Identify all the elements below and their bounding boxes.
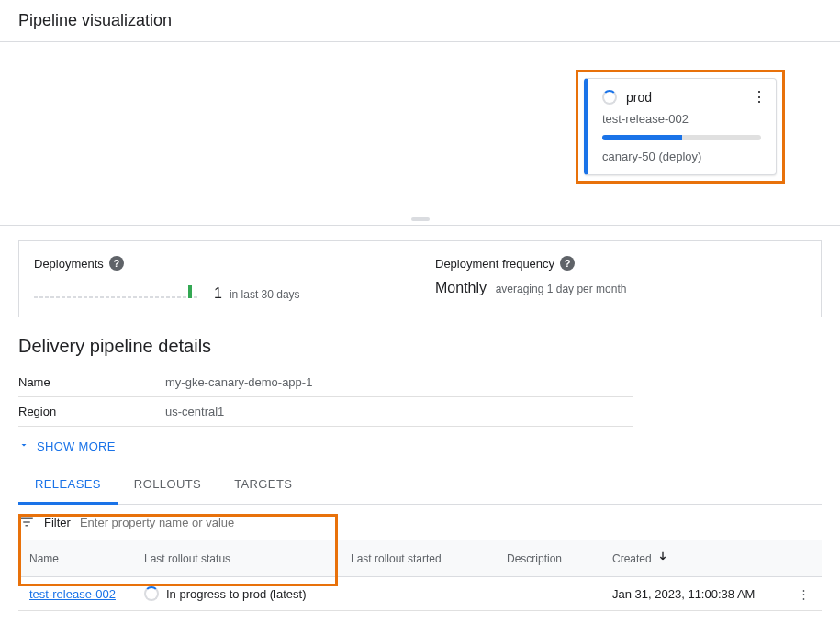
page-title: Pipeline visualization [0, 0, 840, 42]
frequency-stat: Deployment frequency ? Monthly averaging… [420, 240, 822, 317]
filter-label: Filter [44, 516, 71, 529]
target-release-label: test-release-002 [602, 112, 761, 126]
deployments-sparkline [34, 280, 197, 298]
target-phase-label: canary-50 (deploy) [602, 150, 761, 163]
description-cell [496, 611, 601, 624]
arrow-down-icon [655, 550, 670, 567]
col-started[interactable]: Last rollout started [340, 540, 496, 577]
col-created[interactable]: Created [601, 540, 785, 577]
details-table: Name my-gke-canary-demo-app-1 Region us-… [18, 368, 633, 427]
detail-label-name: Name [18, 368, 165, 397]
deployments-period: in last 30 days [230, 288, 300, 301]
tab-targets[interactable]: TARGETS [218, 466, 308, 504]
progress-fill [602, 135, 682, 140]
detail-label-region: Region [18, 397, 165, 427]
show-more-button[interactable]: SHOW MORE [0, 427, 840, 466]
more-vert-icon[interactable]: ⋮ [752, 88, 767, 106]
chevron-down-icon [18, 439, 29, 453]
target-card-prod[interactable]: prod ⋮ test-release-002 canary-50 (deplo… [584, 78, 777, 175]
col-status[interactable]: Last rollout status [133, 540, 340, 577]
table-row: test-release-002In progress to prod (lat… [18, 577, 822, 611]
more-vert-icon[interactable]: ⋮ [785, 577, 822, 611]
show-more-label: SHOW MORE [37, 439, 116, 453]
release-link[interactable]: test-release-002 [29, 587, 116, 601]
tab-releases[interactable]: RELEASES [18, 466, 118, 505]
pipeline-visualization-area: prod ⋮ test-release-002 canary-50 (deplo… [0, 42, 840, 226]
started-cell: Jan 30, 2023, 4:54:33 PM [340, 611, 496, 624]
frequency-label: Deployment frequency [435, 257, 554, 271]
resize-handle[interactable] [411, 217, 430, 221]
help-icon[interactable]: ? [560, 256, 575, 271]
releases-table: Name Last rollout status Last rollout st… [18, 540, 822, 623]
target-card-highlight: prod ⋮ test-release-002 canary-50 (deplo… [576, 70, 785, 184]
detail-value-name: my-gke-canary-demo-app-1 [165, 368, 633, 397]
created-cell: Jan 31, 2023, 11:00:38 AM [601, 577, 785, 611]
col-created-label: Created [612, 552, 652, 565]
created-cell: Jan 30, 2023, 3:07:35 PM [601, 611, 785, 624]
filter-row: Filter [0, 505, 840, 540]
status-text: In progress to prod (latest) [166, 587, 306, 601]
spinner-icon [602, 90, 617, 105]
deployments-stat: Deployments ? 1 in last 30 days [18, 240, 420, 317]
status-cell: In progress to prod (latest) [144, 586, 329, 601]
progress-bar [602, 135, 761, 140]
started-cell: — [340, 577, 496, 611]
detail-value-region: us-central1 [165, 397, 633, 427]
filter-icon[interactable] [18, 514, 35, 530]
stats-row: Deployments ? 1 in last 30 days Deployme… [18, 240, 822, 317]
tabs: RELEASES ROLLOUTS TARGETS [18, 466, 822, 505]
frequency-value: Monthly [435, 280, 487, 295]
details-section-title: Delivery pipeline details [0, 317, 840, 368]
spinner-icon [144, 586, 159, 601]
description-cell [496, 577, 601, 611]
deployments-label: Deployments [34, 257, 104, 271]
table-row: test-release-001✓Successfully deployed t… [18, 611, 822, 624]
col-description[interactable]: Description [496, 540, 601, 577]
target-name: prod [626, 90, 652, 105]
col-name[interactable]: Name [18, 540, 133, 577]
more-vert-icon[interactable]: ⋮ [785, 611, 822, 624]
deployments-count: 1 [214, 285, 222, 302]
help-icon[interactable]: ? [109, 256, 124, 271]
frequency-sub: averaging 1 day per month [496, 283, 627, 295]
filter-input[interactable] [80, 516, 822, 529]
tab-rollouts[interactable]: ROLLOUTS [118, 466, 218, 504]
